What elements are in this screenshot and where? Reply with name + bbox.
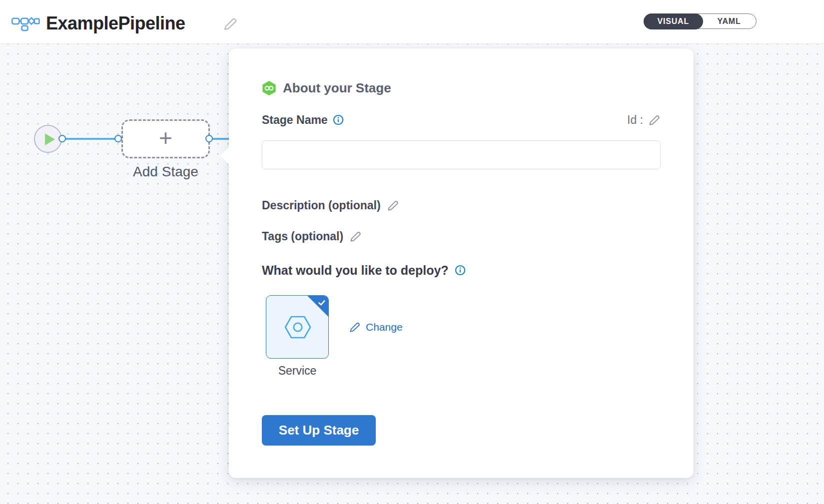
description-row: Description (optional) xyxy=(262,198,399,213)
stage-setup-panel: About your Stage Stage Name Id : Descrip… xyxy=(229,48,694,478)
stage-name-label: Stage Name xyxy=(262,113,328,127)
pipeline-canvas[interactable]: + Add Stage About your Stage Stage Name xyxy=(0,44,824,504)
pipeline-graph-icon xyxy=(11,13,40,32)
app-header: ExamplePipeline VISUAL YAML xyxy=(0,0,824,44)
toggle-yaml[interactable]: YAML xyxy=(702,14,756,28)
panel-caret xyxy=(220,147,239,165)
tags-row: Tags (optional) xyxy=(262,229,362,244)
deploy-question-row: What would you like to deploy? xyxy=(262,262,466,278)
connector-dot[interactable] xyxy=(58,135,66,142)
plus-icon: + xyxy=(159,126,172,149)
change-deploy-type-link[interactable]: Change xyxy=(349,320,403,334)
edit-pipeline-pencil-icon[interactable] xyxy=(223,16,238,31)
visual-yaml-toggle: VISUAL YAML xyxy=(644,13,757,29)
panel-header: About your Stage xyxy=(262,79,391,97)
edit-tags-pencil-icon[interactable] xyxy=(349,230,362,243)
pipeline-edge xyxy=(62,138,118,140)
panel-title: About your Stage xyxy=(283,80,391,96)
connector-dot[interactable] xyxy=(114,135,122,142)
stage-id-label: Id : xyxy=(627,113,643,127)
add-stage-node[interactable]: + xyxy=(121,119,210,158)
info-icon[interactable] xyxy=(455,265,466,276)
stage-name-input[interactable] xyxy=(262,140,661,169)
add-stage-label: Add Stage xyxy=(111,164,220,180)
description-label: Description (optional) xyxy=(262,199,381,212)
edit-id-pencil-icon[interactable] xyxy=(648,114,661,126)
change-pencil-icon xyxy=(349,321,361,333)
deploy-option-service-card[interactable] xyxy=(266,295,329,359)
stage-name-row: Stage Name Id : xyxy=(262,112,661,127)
check-icon xyxy=(317,298,326,307)
set-up-stage-button[interactable]: Set Up Stage xyxy=(262,415,376,446)
deploy-question: What would you like to deploy? xyxy=(262,263,449,278)
pipeline-start-node[interactable] xyxy=(34,125,62,153)
toggle-visual[interactable]: VISUAL xyxy=(644,13,703,29)
service-option-label: Service xyxy=(266,364,329,378)
connector-dot[interactable] xyxy=(205,135,213,142)
page-title: ExamplePipeline xyxy=(46,13,185,34)
tags-label: Tags (optional) xyxy=(262,230,343,243)
info-icon[interactable] xyxy=(333,114,344,125)
deploy-stage-icon xyxy=(262,80,276,96)
edit-description-pencil-icon[interactable] xyxy=(387,199,399,212)
play-icon xyxy=(45,133,55,145)
service-hexagon-icon xyxy=(284,315,312,340)
change-label: Change xyxy=(366,321,403,333)
